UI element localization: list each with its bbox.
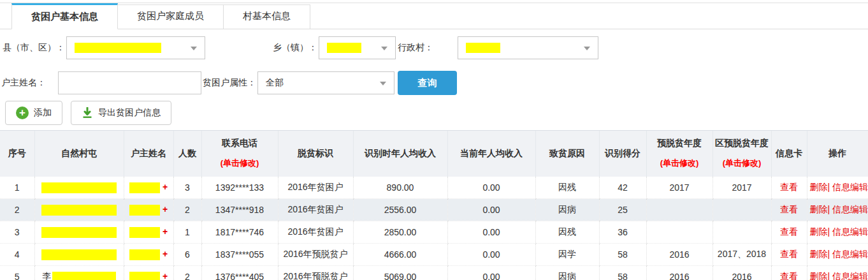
poor-attribute-select[interactable]: 全部 xyxy=(257,71,394,94)
add-button[interactable]: + 添加 xyxy=(5,101,62,125)
cell-village xyxy=(34,199,124,221)
search-button[interactable]: 查询 xyxy=(398,71,457,95)
cell-village xyxy=(34,177,124,199)
column-header: 识别得分 xyxy=(599,131,646,177)
cell-seq: 3 xyxy=(0,221,34,244)
column-header: 户主姓名 xyxy=(124,131,173,177)
column-header: 信息卡 xyxy=(771,131,807,177)
chevron-down-icon xyxy=(584,47,590,50)
county-select[interactable] xyxy=(66,36,205,59)
cell-income-at-identification: 2556.00 xyxy=(353,199,447,221)
cell-income-current: 0.00 xyxy=(447,244,535,266)
view-card-link[interactable]: 查看 xyxy=(780,249,798,259)
cell-phone[interactable]: 1837****055 xyxy=(201,244,278,266)
redaction-bar-village xyxy=(52,272,116,280)
filter-row-location: 县（市、区）： 乡（镇）： 行政村： xyxy=(3,36,868,59)
cell-village: 李 xyxy=(34,266,124,280)
view-card-link[interactable]: 查看 xyxy=(780,182,798,192)
cell-district-pre-poverty-exit-year[interactable]: 2017 xyxy=(712,177,771,199)
cell-count: 2 xyxy=(173,199,201,221)
cell-household-name: + xyxy=(124,244,173,266)
column-header: 操作 xyxy=(807,131,868,177)
cell-district-pre-poverty-exit-year[interactable] xyxy=(712,199,771,221)
column-header: 序号 xyxy=(0,131,34,177)
household-name-input[interactable] xyxy=(58,71,201,94)
redaction-bar-name xyxy=(129,205,160,216)
cell-poverty-cause: 因残 xyxy=(535,221,599,244)
cell-district-pre-poverty-exit-year[interactable]: 2016 xyxy=(712,266,771,280)
redaction-bar-name xyxy=(129,272,160,280)
cell-poverty-flag: 2016年贫困户 xyxy=(278,199,353,221)
village-select[interactable] xyxy=(458,36,598,59)
cell-income-at-identification: 4666.00 xyxy=(353,244,447,266)
view-card-link[interactable]: 查看 xyxy=(780,226,798,237)
cell-pre-poverty-exit-year[interactable]: 2016 xyxy=(646,266,712,280)
cell-district-pre-poverty-exit-year[interactable] xyxy=(712,221,771,244)
cell-info-card: 查看 xyxy=(771,221,807,244)
expand-plus-icon[interactable]: + xyxy=(163,271,168,280)
village-visible-prefix: 李 xyxy=(43,271,52,280)
cell-phone[interactable]: 1392****133 xyxy=(201,177,278,199)
delete-link[interactable]: 删除 xyxy=(810,182,828,192)
column-header: 当前年人均收入 xyxy=(447,131,535,177)
cell-income-current: 0.00 xyxy=(447,266,535,280)
table-row: 3+11817****7462016年贫困户2850.000.00因残36查看删… xyxy=(0,221,868,244)
column-header: 人数 xyxy=(173,131,201,177)
cell-seq: 2 xyxy=(0,199,34,221)
tab-bar: 贫困户基本信息 贫困户家庭成员 村基本信息 xyxy=(0,3,868,29)
tab-poor-household-family-members[interactable]: 贫困户家庭成员 xyxy=(117,4,224,29)
expand-plus-icon[interactable]: + xyxy=(163,226,168,237)
delete-link[interactable]: 删除 xyxy=(810,249,828,259)
cell-identification-score: 58 xyxy=(599,244,646,266)
cell-poverty-cause: 因残 xyxy=(535,177,599,199)
tab-village-basic-info[interactable]: 村基本信息 xyxy=(223,4,310,29)
expand-plus-icon[interactable]: + xyxy=(163,249,168,259)
chevron-down-icon xyxy=(191,47,197,50)
cell-info-card: 查看 xyxy=(771,244,807,266)
cell-phone[interactable]: 1376****405 xyxy=(201,266,278,280)
cell-info-card: 查看 xyxy=(771,177,807,199)
cell-seq: 5 xyxy=(0,266,34,280)
edit-info-link[interactable]: 信息编辑 xyxy=(832,204,868,214)
tab-poor-household-basic-info[interactable]: 贫困户基本信息 xyxy=(11,3,118,29)
table-row: 5李+21376****4052016年预脱贫户5069.000.00因病582… xyxy=(0,266,868,280)
delete-link[interactable]: 删除 xyxy=(810,204,828,214)
export-button[interactable]: 导出贫困户信息 xyxy=(71,101,171,125)
town-select[interactable] xyxy=(319,36,396,59)
edit-info-link[interactable]: 信息编辑 xyxy=(832,182,868,192)
table-body: 1+31392****1332016年贫困户890.000.00因残422017… xyxy=(0,177,868,280)
cell-info-card: 查看 xyxy=(771,266,807,280)
view-card-link[interactable]: 查看 xyxy=(780,271,798,280)
view-card-link[interactable]: 查看 xyxy=(780,204,798,214)
cell-phone[interactable]: 1347****918 xyxy=(201,199,278,221)
cell-pre-poverty-exit-year[interactable]: 2016 xyxy=(646,244,712,266)
table-row: 4+61837****0552016年预脱贫户4666.000.00因学5820… xyxy=(0,244,868,266)
edit-info-link[interactable]: 信息编辑 xyxy=(832,249,868,259)
table-header-row: 序号自然村屯户主姓名人数联系电话(单击修改)脱贫标识识别时年人均收入当前年人均收… xyxy=(0,131,868,177)
cell-village xyxy=(34,244,124,266)
cell-village xyxy=(34,221,124,244)
expand-plus-icon[interactable]: + xyxy=(163,204,168,214)
cell-phone[interactable]: 1817****746 xyxy=(201,221,278,244)
cell-income-current: 0.00 xyxy=(447,199,535,221)
cell-operations: 删除| 信息编辑 xyxy=(807,177,868,199)
chevron-down-icon xyxy=(380,82,386,85)
poor-household-table: 序号自然村屯户主姓名人数联系电话(单击修改)脱贫标识识别时年人均收入当前年人均收… xyxy=(0,130,868,280)
cell-pre-poverty-exit-year[interactable] xyxy=(646,221,712,244)
expand-plus-icon[interactable]: + xyxy=(163,182,168,192)
cell-district-pre-poverty-exit-year[interactable]: 2017、2018 xyxy=(712,244,771,266)
delete-link[interactable]: 删除 xyxy=(810,271,828,280)
add-button-label: 添加 xyxy=(34,107,52,119)
poor-attribute-label: 贫困户属性： xyxy=(203,77,256,89)
edit-info-link[interactable]: 信息编辑 xyxy=(832,226,868,237)
column-header-note: (单击修改) xyxy=(648,158,711,169)
column-header: 预脱贫年度(单击修改) xyxy=(646,131,712,177)
download-icon xyxy=(82,107,93,119)
cell-household-name: + xyxy=(124,199,173,221)
table-row: 1+31392****1332016年贫困户890.000.00因残422017… xyxy=(0,177,868,199)
cell-pre-poverty-exit-year[interactable]: 2017 xyxy=(646,177,712,199)
cell-pre-poverty-exit-year[interactable] xyxy=(646,199,712,221)
household-name-label: 户主姓名： xyxy=(1,77,46,89)
delete-link[interactable]: 删除 xyxy=(810,226,828,237)
edit-info-link[interactable]: 信息编辑 xyxy=(832,271,868,280)
